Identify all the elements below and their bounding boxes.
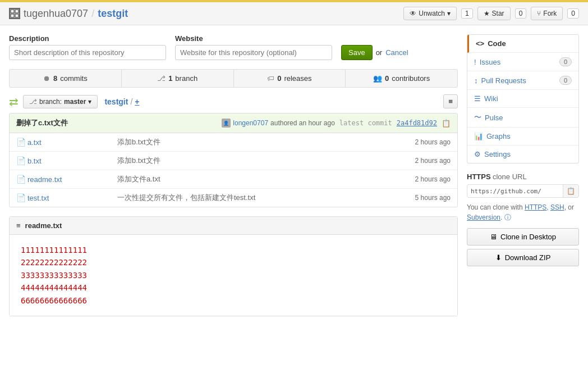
- readme-line: 22222222222222: [21, 256, 446, 269]
- commits-label: commits: [60, 74, 87, 83]
- readme-header: ≡ readme.txt: [10, 217, 457, 235]
- releases-stat[interactable]: 🏷 0 releases: [234, 70, 346, 87]
- sidebar-item-label: Wiki: [484, 94, 498, 103]
- sidebar-item-label: Issues: [480, 58, 501, 66]
- file-icon: 📄: [16, 138, 27, 147]
- content-area: Description Website Save or Cancel ⏺ 8 c…: [9, 34, 458, 316]
- readme-line: 11111111111111: [21, 244, 446, 256]
- file-time: 2 hours ago: [415, 157, 451, 165]
- branch-selector[interactable]: ⎇ branch: master ▾: [23, 95, 98, 108]
- sidebar-item-wiki[interactable]: ☰ Wiki: [467, 90, 578, 108]
- list-view-button[interactable]: ≡: [443, 94, 458, 108]
- description-input[interactable]: [9, 45, 166, 60]
- sidebar-item-label: Graphs: [486, 132, 511, 140]
- file-name[interactable]: a.txt: [27, 138, 117, 147]
- svg-rect-3: [15, 14, 19, 17]
- contributors-stat[interactable]: 👥 0 contributors: [346, 70, 457, 87]
- settings-icon: ⚙: [474, 150, 481, 158]
- save-button[interactable]: Save: [341, 45, 373, 60]
- readme-line: 66666666666666: [21, 294, 446, 307]
- contributors-icon: 👥: [373, 74, 382, 83]
- branch-dropdown-icon: ▾: [88, 98, 91, 106]
- star-button[interactable]: ★ Star: [477, 7, 511, 20]
- unwatch-count: 1: [461, 8, 473, 19]
- subversion-link[interactable]: Subversion: [467, 213, 500, 221]
- commits-count: 8: [53, 74, 57, 83]
- sidebar-item-settings[interactable]: ⚙ Settings: [467, 146, 578, 163]
- cancel-link[interactable]: Cancel: [385, 48, 408, 57]
- clone-url-input[interactable]: [467, 185, 563, 197]
- unwatch-button[interactable]: 👁 Unwatch ▾: [403, 7, 457, 20]
- pulse-icon: 〜: [474, 112, 481, 122]
- breadcrumb-repo[interactable]: testgit: [104, 97, 128, 106]
- file-name[interactable]: test.txt: [27, 194, 117, 202]
- sidebar-item-issues[interactable]: ! Issues 0: [467, 53, 578, 71]
- sidebar-badge: 0: [559, 76, 572, 85]
- sidebar-item-graphs[interactable]: 📊 Graphs: [467, 128, 578, 146]
- file-commit-msg: 添加文件a.txt: [117, 174, 415, 184]
- file-table: 删掉了c.txt文件 👤 longen0707 authored an hour…: [9, 113, 458, 207]
- table-row: 📄 a.txt 添加b.txt文件 2 hours ago: [10, 133, 457, 152]
- svg-rect-2: [11, 14, 14, 17]
- file-time: 5 hours ago: [415, 194, 451, 202]
- website-input[interactable]: [175, 45, 332, 60]
- commit-message: 删掉了c.txt文件: [16, 118, 68, 128]
- branch-name: master: [64, 98, 86, 106]
- branch-icon: ⎇: [29, 98, 37, 106]
- table-row: 📄 test.txt 一次性提交所有文件，包括新建文件test.txt 5 ho…: [10, 189, 457, 207]
- commit-author[interactable]: longen0707: [233, 119, 268, 127]
- breadcrumb-plus[interactable]: +: [135, 97, 139, 106]
- sidebar: <> Code ! Issues 0 ↕ Pull Requests 0 ☰ W…: [467, 34, 579, 316]
- sidebar-item-code[interactable]: <> Code: [467, 35, 578, 53]
- readme-title: readme.txt: [25, 221, 62, 230]
- sidebar-item-pulse[interactable]: 〜 Pulse: [467, 108, 578, 128]
- eye-icon: 👁: [410, 10, 416, 17]
- branches-icon: ⎇: [157, 74, 166, 83]
- clone-url-label: clone URL: [493, 172, 527, 181]
- copy-icon[interactable]: 📋: [442, 119, 451, 128]
- commit-meta-text: authored an hour ago: [270, 119, 335, 127]
- commit-meta: 👤 longen0707 authored an hour ago: [222, 119, 335, 128]
- pull-requests-icon: ↕: [474, 76, 478, 85]
- table-row: 📄 readme.txt 添加文件a.txt 2 hours ago: [10, 170, 457, 189]
- readme-content: 1111111111111122222222222222333333333333…: [10, 235, 457, 316]
- wiki-icon: ☰: [474, 94, 481, 103]
- info-icon: ⓘ: [504, 213, 511, 221]
- fork-button[interactable]: ⑂ Fork: [531, 7, 563, 20]
- header-actions: 👁 Unwatch ▾ 1 ★ Star 0 ⑂ Fork 0: [403, 7, 579, 20]
- file-name[interactable]: b.txt: [27, 157, 117, 165]
- sidebar-item-pull-requests[interactable]: ↕ Pull Requests 0: [467, 71, 578, 90]
- clone-copy-button[interactable]: 📋: [563, 185, 578, 197]
- file-name[interactable]: readme.txt: [27, 175, 117, 184]
- star-count: 0: [515, 8, 527, 19]
- clone-info: You can clone with HTTPS, SSH, or Subver…: [467, 202, 579, 222]
- https-link[interactable]: HTTPS: [525, 203, 546, 211]
- description-form: Description Website Save or Cancel: [9, 34, 458, 60]
- contributors-label: contributors: [392, 74, 430, 83]
- ssh-link[interactable]: SSH: [550, 203, 564, 211]
- breadcrumb: testgit / +: [104, 97, 139, 106]
- desktop-icon: 🖥: [490, 233, 497, 241]
- https-label: HTTPS: [467, 172, 491, 181]
- sidebar-item-label: Code: [488, 39, 506, 48]
- download-zip-label: Download ZIP: [505, 253, 551, 262]
- website-group: Website: [175, 34, 332, 60]
- main-container: Description Website Save or Cancel ⏺ 8 c…: [0, 25, 588, 325]
- transfer-icon: ⇄: [9, 95, 19, 108]
- fork-label: Fork: [543, 10, 557, 17]
- branches-stat[interactable]: ⎇ 1 branch: [122, 70, 234, 87]
- readme-icon: ≡: [16, 221, 21, 230]
- download-zip-button[interactable]: ⬇ Download ZIP: [467, 249, 579, 266]
- fork-icon: ⑂: [537, 10, 541, 17]
- commit-sha[interactable]: 2a4fd81d92: [397, 119, 437, 127]
- stats-bar: ⏺ 8 commits ⎇ 1 branch 🏷 0 releases 👥 0 …: [9, 69, 458, 88]
- fork-count: 0: [567, 8, 579, 19]
- commits-icon: ⏺: [43, 74, 50, 83]
- clone-desktop-button[interactable]: 🖥 Clone in Desktop: [467, 228, 579, 246]
- commits-stat[interactable]: ⏺ 8 commits: [10, 70, 122, 87]
- sidebar-item-label: Pulse: [485, 113, 503, 122]
- description-group: Description: [9, 34, 166, 60]
- file-icon: 📄: [16, 175, 27, 184]
- clone-desktop-label: Clone in Desktop: [500, 233, 556, 241]
- sidebar-item-label: Pull Requests: [481, 76, 526, 85]
